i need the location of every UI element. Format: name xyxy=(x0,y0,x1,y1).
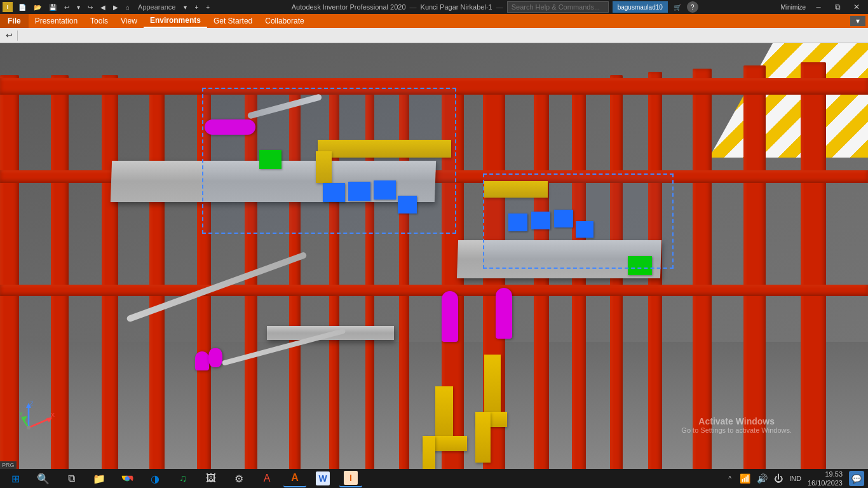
task-view-icon: ⧉ xyxy=(64,471,78,485)
fence-rail-lower-mid xyxy=(0,285,868,296)
appearance-label: Appearance xyxy=(138,3,175,11)
fence-bar-right-5 xyxy=(693,69,712,469)
file-explorer-icon: 📁 xyxy=(92,471,106,485)
photos-app[interactable]: 🖼 xyxy=(200,470,222,487)
new-button[interactable]: 📄 xyxy=(17,3,28,11)
blue-cube-2 xyxy=(348,182,370,201)
forward-button[interactable]: ▶ xyxy=(111,3,120,11)
magenta-cyl-center-1 xyxy=(442,291,458,342)
add2-button[interactable]: + xyxy=(204,3,212,11)
restore-button[interactable]: ⧉ xyxy=(829,0,846,14)
back-button[interactable]: ◀ xyxy=(98,3,107,11)
titlebar-left: I 📄 📂 💾 ↩ ▾ ↪ ◀ ▶ ⌂ Appearance ▾ + + xyxy=(3,2,212,12)
date-display: 16/10/2023 xyxy=(808,478,843,487)
fence-bar-right-6 xyxy=(743,65,766,469)
redo-button[interactable]: ↪ xyxy=(86,3,95,11)
fence-bar-left-5 xyxy=(197,81,211,469)
magenta-cyl-horiz xyxy=(205,119,255,135)
clock[interactable]: 19.53 16/10/2023 xyxy=(808,470,843,488)
battery-icon[interactable]: ⏻ xyxy=(774,473,783,484)
settings-app[interactable]: ⚙ xyxy=(227,470,250,487)
green-cube-left xyxy=(259,150,281,169)
toolbar-sep-1 xyxy=(17,30,18,41)
scene-canvas: Z X Y Activate Windows Go to Settings to… xyxy=(0,43,868,469)
help-button[interactable]: ? xyxy=(687,1,698,13)
ms-store-app[interactable]: A xyxy=(255,470,278,487)
minimize-button[interactable]: ─ xyxy=(810,0,827,14)
autodesk-icon: A xyxy=(288,471,302,485)
yellow-bar-top-left xyxy=(318,140,451,158)
svg-text:Z: Z xyxy=(30,400,34,407)
time-display: 19.53 xyxy=(808,470,843,478)
blue-cube-4 xyxy=(398,196,417,214)
inventor-app[interactable]: I xyxy=(339,470,362,487)
appearance-dropdown[interactable]: ▾ xyxy=(182,3,189,11)
titlebar: I 📄 📂 💾 ↩ ▾ ↪ ◀ ▶ ⌂ Appearance ▾ + + Aut… xyxy=(0,0,868,14)
prg-badge: PRG xyxy=(0,461,17,469)
task-view-app[interactable]: ⧉ xyxy=(60,470,83,487)
yellow-vert-mid xyxy=(484,355,501,418)
menu-tools[interactable]: Tools xyxy=(84,14,114,28)
undo-dropdown[interactable]: ▾ xyxy=(75,3,82,11)
start-button[interactable]: ⊞ xyxy=(4,470,27,487)
home-button[interactable]: ⌂ xyxy=(124,3,132,11)
fence-bar-far-left xyxy=(0,75,19,469)
ms-store-icon: A xyxy=(260,471,274,485)
axis-indicator: Z X Y xyxy=(19,399,57,437)
undo-button[interactable]: ↩ xyxy=(62,3,71,11)
network-icon[interactable]: 📶 xyxy=(740,473,750,484)
blue-cube-r2 xyxy=(531,212,550,229)
save-button[interactable]: 💾 xyxy=(47,3,58,11)
menu-view[interactable]: View xyxy=(114,14,144,28)
app-title: Autodesk Inventor Professional 2020 xyxy=(292,3,406,11)
svg-text:X: X xyxy=(51,412,55,418)
notification-icon: 💬 xyxy=(851,474,862,484)
fence-bar-left-4 xyxy=(149,81,165,469)
file-explorer-app[interactable]: 📁 xyxy=(88,470,111,487)
magenta-cyl-lower-left xyxy=(195,351,209,370)
chrome-icon xyxy=(120,471,134,485)
panel-expand[interactable]: ▾ xyxy=(850,16,865,26)
user-button[interactable]: bagusmaulad10 xyxy=(613,1,668,13)
search-taskbar-icon: 🔍 xyxy=(36,471,50,485)
menu-collaborate[interactable]: Collaborate xyxy=(259,14,310,28)
word-icon: W xyxy=(316,471,330,485)
open-button[interactable]: 📂 xyxy=(32,3,43,11)
close-button[interactable]: ✕ xyxy=(848,0,865,14)
windows-icon: ⊞ xyxy=(8,471,22,485)
viewport[interactable]: Z X Y Activate Windows Go to Settings to… xyxy=(0,43,868,469)
svg-point-9 xyxy=(27,426,31,430)
svg-text:Y: Y xyxy=(19,410,23,417)
edge-app[interactable]: ◑ xyxy=(144,470,166,487)
titlebar-center: Autodesk Inventor Professional 2020 — Ku… xyxy=(292,1,698,13)
cart-button[interactable]: 🛒 xyxy=(672,3,683,11)
edge-icon: ◑ xyxy=(148,471,162,485)
ribbon: File Presentation Tools View Environment… xyxy=(0,14,868,28)
taskbar-apps: ⊞ 🔍 ⧉ 📁 ◑ xyxy=(4,470,362,487)
file-menu[interactable]: File xyxy=(0,14,29,28)
minimize-label: Minimize xyxy=(778,4,808,11)
menu-presentation[interactable]: Presentation xyxy=(29,14,84,28)
word-app[interactable]: W xyxy=(311,470,334,487)
show-hidden-icons[interactable]: ^ xyxy=(726,475,733,483)
tb-return[interactable]: ↩ xyxy=(3,29,15,42)
spotify-app[interactable]: ♫ xyxy=(172,470,194,487)
chrome-app[interactable] xyxy=(116,470,139,487)
volume-icon[interactable]: 🔊 xyxy=(757,473,768,484)
yellow-bar-right xyxy=(484,181,548,198)
blue-cube-3 xyxy=(374,180,396,200)
language-indicator[interactable]: IND xyxy=(789,475,801,482)
magenta-cyl-center-2 xyxy=(496,288,512,339)
green-cube-right xyxy=(628,256,652,275)
notification-button[interactable]: 💬 xyxy=(849,471,864,486)
add-button[interactable]: + xyxy=(193,3,200,11)
search-input[interactable] xyxy=(507,1,609,13)
search-app[interactable]: 🔍 xyxy=(32,470,55,487)
menu-environments[interactable]: Environments xyxy=(144,14,207,28)
photos-icon: 🖼 xyxy=(204,471,218,485)
autodesk-app[interactable]: A xyxy=(283,470,306,487)
settings-icon: ⚙ xyxy=(232,471,246,485)
titlebar-right: Minimize ─ ⧉ ✕ xyxy=(778,0,865,14)
sys-tray: ^ 📶 🔊 ⏻ IND 19.53 16/10/2023 💬 xyxy=(726,470,864,488)
menu-get-started[interactable]: Get Started xyxy=(207,14,259,28)
